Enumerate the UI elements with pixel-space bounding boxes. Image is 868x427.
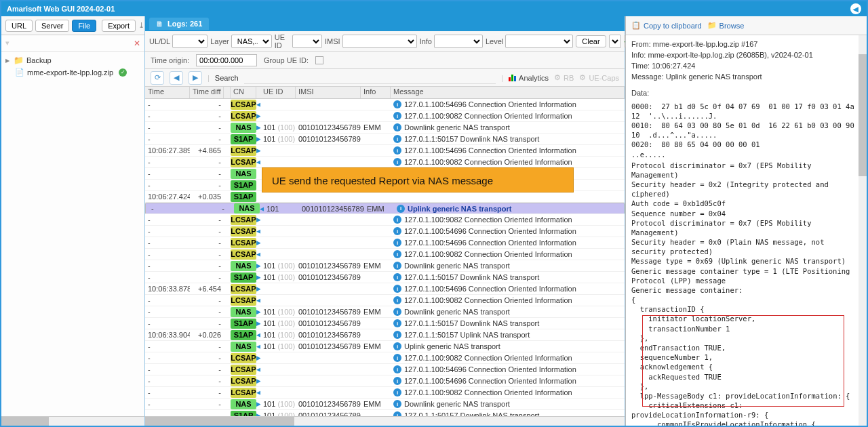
folder-icon: 📁 xyxy=(14,56,24,65)
info-icon: i xyxy=(393,331,401,339)
info-icon: i xyxy=(393,411,401,416)
file-button[interactable]: File xyxy=(72,20,96,32)
table-row[interactable]: --S1AP▶101 (100)001010123456789i127.0.1.… xyxy=(145,318,625,329)
next-button[interactable]: ▶ xyxy=(189,71,202,85)
grid-body[interactable]: UE send the requested Report via NAS mes… xyxy=(145,99,625,416)
layer-select[interactable]: NAS,... xyxy=(231,35,272,48)
rb-button[interactable]: ⚙RB xyxy=(554,73,574,82)
ok-badge-icon: ✓ xyxy=(119,68,127,77)
level-select[interactable] xyxy=(505,35,573,48)
table-row[interactable]: --LCSAP▶i127.0.1.100:54696 Connection Or… xyxy=(145,375,625,387)
table-row[interactable]: --NAS◀101 (100)001010123456789EMMiUplink… xyxy=(145,341,625,352)
details-panel: 📋Copy to clipboard 📁Browse From: mme-exp… xyxy=(625,16,867,426)
detail-body: Protocol discriminator = 0x7 (EPS Mobili… xyxy=(631,161,861,426)
ueid-select[interactable] xyxy=(292,35,322,48)
clear-filter-icon[interactable]: ✕ xyxy=(134,39,140,48)
info-icon: i xyxy=(393,262,401,270)
table-row[interactable]: --NAS◀101001010123456789EMMiUplink gener… xyxy=(145,203,625,214)
detail-time: 10:06:27.424 xyxy=(652,62,695,70)
clear-button[interactable]: Clear xyxy=(576,35,606,47)
table-row[interactable]: 10:06:27.389+4.865LCSAP▶i127.0.1.100:546… xyxy=(145,145,625,157)
info-icon: i xyxy=(393,400,401,408)
table-row[interactable]: --LCSAP◀i127.0.1.100:9082 Connection Ori… xyxy=(145,295,625,306)
info-icon: i xyxy=(393,319,401,327)
table-row[interactable]: --LCSAP◀i127.0.1.100:54696 Connection Or… xyxy=(145,364,625,375)
browse-button[interactable]: 📁Browse xyxy=(707,21,745,30)
server-button[interactable]: Server xyxy=(35,20,69,32)
gear-icon: ⚙ xyxy=(579,73,586,82)
collapse-icon[interactable]: ◀ xyxy=(850,3,861,14)
export-button[interactable]: Export xyxy=(102,20,136,32)
uecaps-button[interactable]: ⚙UE-Caps xyxy=(579,73,619,82)
file-icon: 📄 xyxy=(15,68,24,77)
refresh-button[interactable]: ⟳ xyxy=(151,71,164,85)
info-icon: i xyxy=(393,158,401,166)
tree-file-log[interactable]: 📄 mme-export-lte-lpp.log.zip ✓ xyxy=(3,66,143,78)
info-select[interactable] xyxy=(434,35,483,48)
group-checkbox[interactable] xyxy=(315,56,323,64)
right-scrollbar[interactable] xyxy=(859,35,867,426)
table-row[interactable]: --LCSAP▶i127.0.1.100:9082 Connection Ori… xyxy=(145,214,625,226)
filter-icon: ▾ xyxy=(5,39,9,47)
table-row[interactable]: --LCSAP◀i127.0.1.100:9082 Connection Ori… xyxy=(145,249,625,260)
tab-logs[interactable]: 🗎 Logs: 261 xyxy=(149,18,209,30)
url-button[interactable]: URL xyxy=(5,20,33,32)
info-icon: i xyxy=(393,285,401,293)
info-icon: i xyxy=(393,250,401,258)
table-row[interactable]: --S1AP▶101 (100)001010123456789i127.0.1.… xyxy=(145,272,625,283)
grid-header: Time Time diff CN UE ID IMSI Info Messag… xyxy=(145,87,625,99)
table-row[interactable]: --NAS▶101 (100)001010123456789EMMiDownli… xyxy=(145,260,625,272)
detail-hex: 0000: 27 b1 d0 5c 0f 04 07 69 01 00 17 f… xyxy=(631,102,861,159)
analytics-button[interactable]: Analytics xyxy=(509,74,549,82)
table-row[interactable]: --LCSAP▶i127.0.1.100:9082 Connection Ori… xyxy=(145,352,625,364)
info-icon: i xyxy=(393,296,401,304)
table-row[interactable]: --S1AP▶101 (100)001010123456789i127.0.1.… xyxy=(145,410,625,416)
detail-from: mme-export-lte-lpp.log.zip #167 xyxy=(653,40,758,48)
detail-data-label: Data: xyxy=(631,89,649,97)
imsi-select[interactable] xyxy=(342,35,417,48)
search-label: Search xyxy=(215,74,239,82)
table-row[interactable]: --LCSAP◀i127.0.1.100:54696 Connection Or… xyxy=(145,226,625,237)
info-icon: i xyxy=(393,388,401,396)
table-row[interactable]: 10:06:27.424+0.035S1AP xyxy=(145,191,625,203)
copy-clipboard-button[interactable]: 📋Copy to clipboard xyxy=(631,21,702,30)
uldl-select[interactable] xyxy=(172,35,208,48)
tree-folder-backup[interactable]: ▶📁 Backup xyxy=(3,54,143,66)
detail-message: Uplink generic NAS transport xyxy=(666,73,762,81)
table-row[interactable]: 10:06:33.878+6.454LCSAP▶i127.0.1.100:546… xyxy=(145,283,625,295)
info-icon: i xyxy=(393,308,401,316)
gear-icon: ⚙ xyxy=(554,73,561,82)
info-icon: i xyxy=(393,365,401,373)
left-scrollbar[interactable] xyxy=(1,416,144,426)
info-icon: i xyxy=(393,227,401,235)
table-row[interactable]: 10:06:33.904+0.026S1AP◀101 (100)00101012… xyxy=(145,329,625,341)
export-icon[interactable]: ⤓ xyxy=(138,20,144,31)
info-icon: i xyxy=(397,205,405,213)
detail-info: mme-export-lte-lpp.log.zip (26085B), v20… xyxy=(648,51,812,59)
info-icon: i xyxy=(393,354,401,362)
clear-menu[interactable] xyxy=(609,35,621,48)
app-title: Amarisoft Web GUI 2024-02-01 xyxy=(7,5,115,13)
prev-button[interactable]: ◀ xyxy=(170,71,183,85)
folder-icon: 📁 xyxy=(707,21,717,30)
search-input[interactable] xyxy=(244,72,496,84)
table-row[interactable]: --LCSAP◀i127.0.1.100:9082 Connection Ori… xyxy=(145,157,625,168)
info-icon: i xyxy=(393,100,401,108)
center-scrollbar[interactable] xyxy=(145,416,625,426)
table-row[interactable]: --LCSAP◀i127.0.1.100:9082 Connection Ori… xyxy=(145,387,625,399)
info-icon: i xyxy=(393,377,401,385)
table-row[interactable]: --NAS▶101 (100)001010123456789EMMiDownli… xyxy=(145,122,625,134)
table-row[interactable]: --LCSAP▶i127.0.1.100:54696 Connection Or… xyxy=(145,237,625,249)
table-row[interactable]: --S1AP▶101 (100)001010123456789i127.0.1.… xyxy=(145,134,625,145)
time-origin-input[interactable] xyxy=(196,54,257,66)
logs-tab-icon: 🗎 xyxy=(156,20,163,28)
sidebar: URL Server File Export ⤓ ▾ ✕ ▶📁 Backup 📄… xyxy=(1,16,145,426)
info-icon: i xyxy=(393,123,401,131)
table-row[interactable]: --LCSAP▶i127.0.1.100:9082 Connection Ori… xyxy=(145,110,625,122)
table-row[interactable]: --LCSAP◀i127.0.1.100:54696 Connection Or… xyxy=(145,99,625,110)
info-icon: i xyxy=(393,135,401,143)
table-row[interactable]: --NAS▶101 (100)001010123456789EMMiDownli… xyxy=(145,399,625,410)
info-icon: i xyxy=(393,216,401,224)
annotation-callout: UE send the requested Report via NAS mes… xyxy=(262,167,574,192)
table-row[interactable]: --NAS▶101 (100)001010123456789EMMiDownli… xyxy=(145,306,625,318)
